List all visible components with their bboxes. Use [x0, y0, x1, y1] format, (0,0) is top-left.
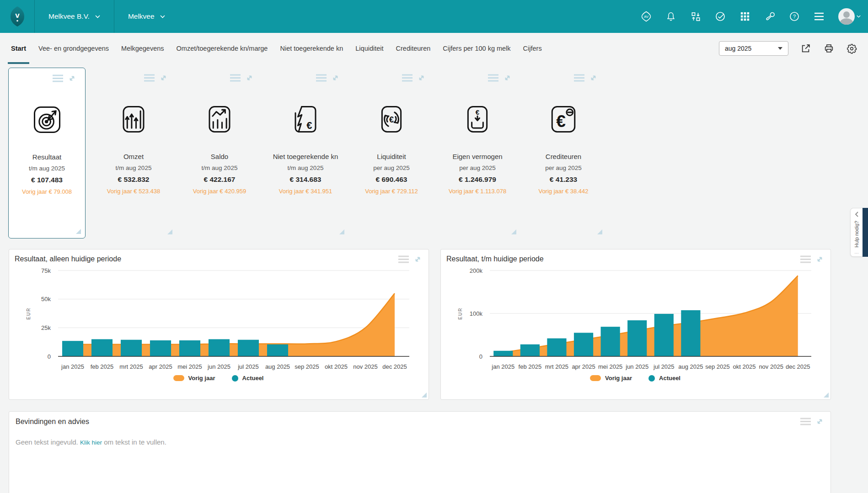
export-icon[interactable]	[800, 43, 811, 54]
findings-empty-suffix: om tekst in te vullen.	[104, 438, 166, 446]
tab-cijfers-per-100-kg-melk[interactable]: Cijfers per 100 kg melk	[443, 33, 510, 64]
euro-deposit-icon: €	[462, 104, 493, 136]
kpi-period: t/m aug 2025	[288, 164, 324, 171]
tab-melkgegevens[interactable]: Melkgegevens	[121, 33, 164, 64]
tab-vee-en-grondgegevens[interactable]: Vee- en grondgegevens	[38, 33, 109, 64]
svg-text:nov 2025: nov 2025	[759, 363, 783, 370]
widget-menu-icon[interactable]	[316, 74, 327, 82]
widget-expand-icon[interactable]	[68, 74, 76, 83]
widget-expand-icon[interactable]	[589, 74, 598, 82]
help-tab-edge-strip[interactable]	[863, 208, 868, 257]
settings-gear-icon[interactable]	[846, 43, 857, 54]
user-menu[interactable]	[838, 8, 861, 25]
broken-cost-icon: €	[290, 104, 321, 136]
kpi-title: Eigen vermogen	[452, 153, 502, 160]
svg-text:mei 2025: mei 2025	[177, 363, 202, 370]
tab-niet-toegerekende-kn[interactable]: Niet toegerekende kn	[280, 33, 343, 64]
brand-logo[interactable]: v	[0, 0, 35, 33]
widget-menu-icon[interactable]	[488, 74, 499, 82]
widget-expand-icon[interactable]	[503, 74, 512, 82]
widget-menu-icon[interactable]	[144, 74, 155, 82]
tab-start[interactable]: Start	[11, 33, 26, 64]
widget-expand-icon[interactable]	[245, 74, 254, 82]
apps-grid-icon[interactable]	[739, 11, 750, 22]
widget-expand-icon[interactable]	[413, 255, 422, 264]
widget-expand-icon[interactable]	[159, 74, 168, 82]
kpi-title: Niet toegerekende kn	[273, 153, 338, 160]
notifications-bell-icon[interactable]	[665, 11, 676, 22]
bar-area-chart: 0100k200kjan 2025feb 2025mrt 2025apr 202…	[446, 264, 824, 373]
widget-expand-icon[interactable]	[417, 74, 426, 82]
widget-menu-icon[interactable]	[52, 74, 64, 82]
help-circle-icon[interactable]: ?	[789, 11, 800, 22]
widget-menu-icon[interactable]	[398, 255, 409, 263]
svg-text:€: €	[306, 120, 312, 131]
svg-text:50k: 50k	[41, 296, 51, 302]
svg-text:jul 2025: jul 2025	[237, 363, 259, 370]
svg-text:aug 2025: aug 2025	[265, 363, 290, 370]
widget-menu-icon[interactable]	[573, 74, 585, 82]
period-select-value: aug 2025	[725, 45, 751, 52]
help-tab-dots: …	[854, 249, 859, 254]
menu-hamburger-icon[interactable]	[814, 11, 825, 22]
kpi-card-saldo[interactable]: Saldo t/m aug 2025 € 422.167 Vorig jaar …	[177, 68, 263, 239]
kpi-value: € 532.832	[118, 175, 150, 184]
widget-controls	[230, 74, 254, 82]
svg-text:feb 2025: feb 2025	[519, 363, 542, 370]
resize-handle[interactable]	[511, 229, 516, 234]
kpi-title: Resultaat	[32, 153, 61, 161]
resize-handle[interactable]	[167, 229, 172, 234]
bar-area-chart: 025k50k75kjan 2025feb 2025mrt 2025apr 20…	[15, 264, 422, 373]
tools-wrench-icon[interactable]	[764, 11, 775, 22]
widget-menu-icon[interactable]	[402, 74, 413, 82]
resize-handle[interactable]	[597, 229, 602, 234]
widget-expand-icon[interactable]	[815, 417, 824, 426]
resize-handle[interactable]	[339, 229, 344, 234]
kpi-card-niet-toegerekende-kn[interactable]: € Niet toegerekende kn t/m aug 2025 € 31…	[263, 68, 348, 239]
legend-item-vorig-jaar[interactable]: Vorig jaar	[173, 375, 215, 382]
tab-cijfers[interactable]: Cijfers	[523, 33, 542, 64]
visionplanner-logo-icon: v	[9, 6, 26, 27]
resize-handle[interactable]	[824, 392, 829, 398]
findings-fill-link[interactable]: Klik hier	[80, 439, 102, 446]
svg-text:€: €	[389, 115, 394, 124]
kpi-period: per aug 2025	[373, 164, 410, 171]
svg-text:75k: 75k	[41, 267, 51, 274]
widget-expand-icon[interactable]	[331, 74, 340, 82]
period-select[interactable]: aug 2025	[719, 41, 788, 56]
svg-text:mrt 2025: mrt 2025	[119, 363, 143, 370]
kpi-card-crediteuren[interactable]: € Crediteuren per aug 2025 € 41.233 Vori…	[520, 68, 606, 239]
svg-text:EUR: EUR	[458, 307, 463, 319]
import-export-icon[interactable]	[690, 11, 701, 22]
print-icon[interactable]	[823, 43, 834, 54]
tasks-check-icon[interactable]	[715, 11, 726, 22]
legend-item-vorig-jaar[interactable]: Vorig jaar	[590, 375, 632, 382]
widget-menu-icon[interactable]	[800, 418, 811, 425]
kpi-card-resultaat[interactable]: Resultaat t/m aug 2025 € 107.483 Vorig j…	[8, 68, 86, 239]
tab-liquiditeit[interactable]: Liquiditeit	[355, 33, 383, 64]
page-navbar: Start Vee- en grondgegevens Melkgegevens…	[0, 33, 868, 64]
tab-crediteuren[interactable]: Crediteuren	[396, 33, 431, 64]
kpi-value: € 107.483	[31, 176, 63, 184]
administration-selector[interactable]: Melkvee	[114, 0, 179, 33]
widget-expand-icon[interactable]	[815, 255, 824, 264]
svg-text:v: v	[15, 11, 20, 20]
app-header: v Melkvee B.V. Melkvee AV	[0, 0, 868, 33]
select-caret-icon	[778, 47, 782, 50]
widget-menu-icon[interactable]	[800, 255, 811, 263]
widget-menu-icon[interactable]	[230, 74, 241, 82]
resize-handle[interactable]	[422, 392, 427, 398]
assistant-badge-icon[interactable]: AV	[641, 11, 652, 22]
kpi-card-eigen-vermogen[interactable]: € Eigen vermogen per aug 2025 € 1.246.97…	[434, 68, 520, 239]
kpi-previous-year: Vorig jaar € 729.112	[365, 188, 418, 195]
kpi-card-liquiditeit[interactable]: € Liquiditeit per aug 2025 € 690.463 Vor…	[348, 68, 434, 239]
kpi-previous-year: Vorig jaar € 38.442	[538, 188, 588, 195]
tab-omzet-toegerekende-kn-marge[interactable]: Omzet/toegerekende kn/marge	[177, 33, 268, 64]
resize-handle[interactable]	[76, 229, 81, 234]
company-selector[interactable]: Melkvee B.V.	[35, 0, 114, 33]
kpi-card-omzet[interactable]: Omzet t/m aug 2025 € 532.832 Vorig jaar …	[91, 68, 177, 239]
legend-item-actueel[interactable]: Actueel	[232, 375, 264, 382]
svg-text:jun 2025: jun 2025	[207, 363, 230, 370]
help-tab[interactable]: Hulp nodig? …	[850, 208, 863, 257]
legend-item-actueel[interactable]: Actueel	[648, 375, 680, 382]
